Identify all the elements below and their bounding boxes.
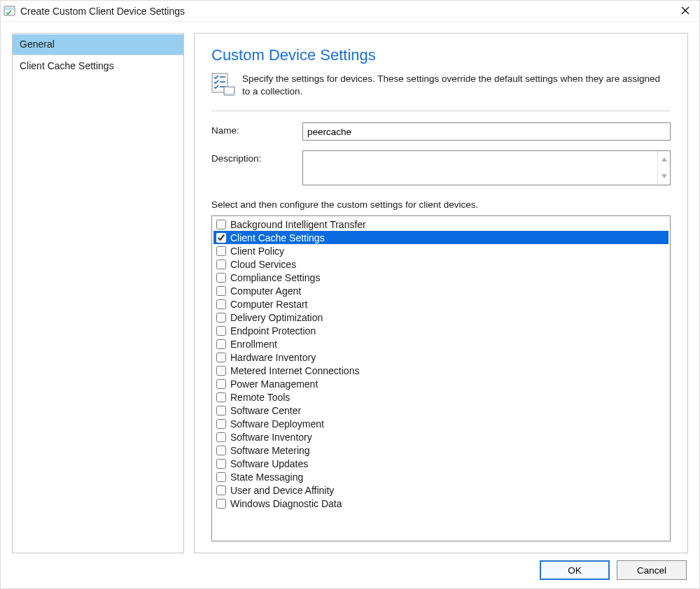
setting-checkbox[interactable] xyxy=(216,246,226,256)
setting-row[interactable]: User and Device Affinity xyxy=(214,483,668,497)
setting-row[interactable]: Background Intelligent Transfer xyxy=(214,218,668,231)
setting-label: Compliance Settings xyxy=(230,272,320,283)
ok-button[interactable]: OK xyxy=(540,560,610,580)
setting-label: Enrollment xyxy=(230,339,277,350)
setting-row[interactable]: Software Center xyxy=(214,404,668,417)
setting-checkbox[interactable] xyxy=(216,233,226,243)
instruction-text: Select and then configure the custom set… xyxy=(211,199,671,210)
setting-checkbox[interactable] xyxy=(216,260,226,269)
setting-row[interactable]: Client Cache Settings xyxy=(214,231,668,244)
setting-label: Remote Tools xyxy=(230,392,290,403)
scroll-up-icon[interactable] xyxy=(658,151,670,168)
setting-checkbox[interactable] xyxy=(216,379,226,389)
svg-rect-1 xyxy=(6,7,14,10)
setting-label: Power Management xyxy=(230,378,318,390)
setting-label: Software Updates xyxy=(230,458,308,469)
setting-checkbox[interactable] xyxy=(216,353,226,362)
setting-label: Hardware Inventory xyxy=(230,352,316,363)
setting-row[interactable]: Cloud Services xyxy=(214,257,668,271)
setting-row[interactable]: Delivery Optimization xyxy=(214,311,668,324)
intro-row: Specify the settings for devices. These … xyxy=(211,73,671,98)
setting-checkbox[interactable] xyxy=(216,432,226,442)
setting-checkbox[interactable] xyxy=(216,286,226,296)
dialog-footer: OK Cancel xyxy=(12,553,688,583)
svg-rect-7 xyxy=(225,88,234,93)
setting-checkbox[interactable] xyxy=(216,446,226,455)
setting-checkbox[interactable] xyxy=(216,485,226,495)
window-title: Create Custom Client Device Settings xyxy=(20,6,676,17)
setting-row[interactable]: State Messaging xyxy=(214,470,668,483)
setting-row[interactable]: Computer Restart xyxy=(214,297,668,311)
setting-checkbox[interactable] xyxy=(216,366,226,376)
settings-checklist[interactable]: Background Intelligent TransferClient Ca… xyxy=(211,215,671,541)
textarea-scroll[interactable] xyxy=(657,151,670,185)
name-input[interactable] xyxy=(302,122,671,141)
setting-checkbox[interactable] xyxy=(216,499,226,509)
setting-row[interactable]: Metered Internet Connections xyxy=(214,364,668,377)
setting-label: Endpoint Protection xyxy=(230,325,316,336)
setting-label: Software Inventory xyxy=(230,432,312,443)
setting-row[interactable]: Endpoint Protection xyxy=(214,324,668,337)
setting-row[interactable]: Hardware Inventory xyxy=(214,350,668,364)
setting-label: Software Deployment xyxy=(230,418,324,430)
setting-label: Client Policy xyxy=(230,246,284,257)
settings-list-icon xyxy=(211,73,235,97)
titlebar: Create Custom Client Device Settings xyxy=(1,1,699,22)
divider xyxy=(211,111,671,111)
setting-checkbox[interactable] xyxy=(216,299,226,309)
cancel-button[interactable]: Cancel xyxy=(617,560,687,580)
setting-label: Cloud Services xyxy=(230,259,296,270)
setting-row[interactable]: Software Inventory xyxy=(214,430,668,443)
description-label: Description: xyxy=(211,150,302,164)
scroll-down-icon[interactable] xyxy=(658,168,670,185)
setting-row[interactable]: Computer Agent xyxy=(214,284,668,297)
setting-checkbox[interactable] xyxy=(216,326,226,336)
setting-checkbox[interactable] xyxy=(216,406,226,416)
page-title: Custom Device Settings xyxy=(211,46,671,64)
setting-label: Software Metering xyxy=(230,445,310,456)
setting-checkbox[interactable] xyxy=(216,459,226,469)
setting-checkbox[interactable] xyxy=(216,339,226,349)
setting-label: Delivery Optimization xyxy=(230,312,323,323)
main-panel: Custom Device Settings Specify the xyxy=(194,33,688,553)
setting-checkbox[interactable] xyxy=(216,392,226,402)
setting-row[interactable]: Enrollment xyxy=(214,337,668,350)
setting-label: Background Intelligent Transfer xyxy=(230,219,366,230)
sidebar-item[interactable]: Client Cache Settings xyxy=(13,55,183,77)
description-input[interactable] xyxy=(303,151,657,185)
setting-checkbox[interactable] xyxy=(216,472,226,482)
setting-checkbox[interactable] xyxy=(216,419,226,429)
setting-row[interactable]: Windows Diagnostic Data xyxy=(214,497,668,510)
setting-label: Computer Restart xyxy=(230,299,307,310)
setting-row[interactable]: Software Metering xyxy=(214,443,668,457)
setting-label: Metered Internet Connections xyxy=(230,365,359,376)
setting-row[interactable]: Power Management xyxy=(214,377,668,390)
name-label: Name: xyxy=(211,122,302,136)
setting-row[interactable]: Software Updates xyxy=(214,457,668,470)
sidebar: GeneralClient Cache Settings xyxy=(12,33,184,553)
close-button[interactable] xyxy=(676,4,695,18)
intro-text: Specify the settings for devices. These … xyxy=(242,73,671,98)
setting-checkbox[interactable] xyxy=(216,220,226,229)
setting-label: Client Cache Settings xyxy=(230,232,325,243)
setting-label: User and Device Affinity xyxy=(230,485,334,496)
setting-label: Computer Agent xyxy=(230,285,301,297)
setting-label: Software Center xyxy=(230,405,301,416)
setting-row[interactable]: Software Deployment xyxy=(214,417,668,430)
setting-label: State Messaging xyxy=(230,471,303,483)
setting-row[interactable]: Remote Tools xyxy=(214,390,668,404)
setting-checkbox[interactable] xyxy=(216,313,226,322)
sidebar-item[interactable]: General xyxy=(13,34,183,55)
setting-checkbox[interactable] xyxy=(216,273,226,283)
setting-label: Windows Diagnostic Data xyxy=(230,498,342,509)
setting-row[interactable]: Compliance Settings xyxy=(214,271,668,284)
setting-row[interactable]: Client Policy xyxy=(214,244,668,257)
app-icon xyxy=(4,5,16,17)
